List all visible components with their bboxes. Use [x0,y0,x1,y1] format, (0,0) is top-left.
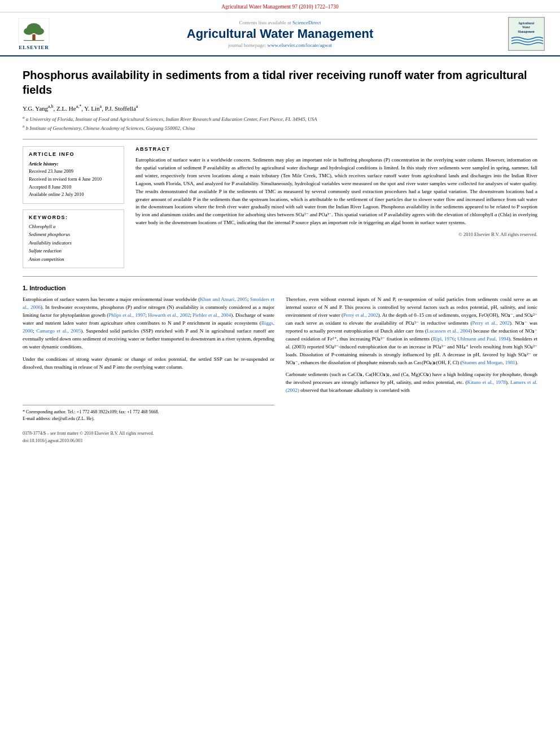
article-title: Phosphorus availability in sediments fro… [23,68,537,97]
accepted-date: Accepted 8 June 2010 [29,184,118,191]
cite-perry1: Perry et al., 2002 [343,312,378,318]
article-info-label: Article info [29,151,118,157]
elsevier-tree-icon [17,18,51,43]
introduction-heading: 1. Introduction [23,285,537,291]
footnote-email: E-mail address: zhe@ufl.edu (Z.L. He). [23,416,274,422]
content-area: Phosphorus availability in sediments fro… [0,56,560,462]
cite-ripl: Ripl, 1976 [433,336,454,342]
keywords-label: Keywords: [29,215,118,220]
svg-text:Water: Water [522,25,530,29]
journal-header: ELSEVIER Contents lists available at Sci… [0,12,560,56]
footnote-area: * Corresponding author. Tel.: +1 772 468… [23,405,274,422]
article-info-abstract: Article info Article history: Received 2… [23,146,537,268]
footer-doi: doi:10.1016/j.agwat.2010.06.003 [23,438,274,445]
left-column: Article info Article history: Received 2… [23,146,124,268]
cite-lucassen: Lucassen et al., 2004 [427,328,470,334]
journal-ref-link[interactable]: Agricultural Water Management 97 (2010) … [221,4,339,10]
received-date: Received 23 June 2009 [29,168,118,176]
cite-piehler: Piehler et al., 2004 [193,312,231,318]
intro-para-2: Under the conditions of strong water dyn… [23,356,274,372]
cite-howarth: Howarth et al., 2002 [148,312,190,318]
svg-text:Agricultural: Agricultural [518,21,534,25]
revised-date: Received in revised form 4 June 2010 [29,176,118,184]
journal-homepage-line: journal homepage: www.elsevier.com/locat… [62,42,498,48]
journal-title-header: Agricultural Water Management [62,27,498,41]
svg-point-3 [34,28,44,35]
intro-para-4: Carbonate sediments (such as CaCO₃, Ca(H… [286,371,537,395]
footer-issn: 0378-3774/$ – see front matter © 2010 El… [23,430,274,438]
intro-para-1: Eutrophication of surface waters has bec… [23,296,274,351]
affiliation-a: a a University of Florida, Institute of … [23,115,537,123]
keyword-chlorophyll: Chlorophyll a [29,222,118,230]
affiliation-b: b b Institute of Geochemistry, Chinese A… [23,124,537,132]
cite-uhlmann: Uhlmann and Paul, 1994 [457,336,509,342]
abstract-label: Abstract [135,146,537,152]
cite-perry2: Perry et al., 2002 [473,320,510,326]
elsevier-label: ELSEVIER [19,45,49,50]
svg-point-2 [24,28,34,35]
keyword-anion: Anion competition [29,255,118,263]
top-bar: Agricultural Water Management 97 (2010) … [0,0,560,12]
cite-phlips: Phlips et al., 1997 [108,312,145,318]
cite-stumm: Stumm and Morgan, 1981 [462,360,515,365]
keyword-availability: Availability indicators [29,239,118,247]
intro-para-3: Therefore, even without external inputs … [286,296,537,366]
sciencedirect-link[interactable]: ScienceDirect [292,20,321,25]
introduction-section: 1. Introduction Eutrophication of surfac… [23,285,537,445]
authors-line: Y.G. Yanga,b, Z.L. Hea,*, Y. Lina, P.J. … [23,104,537,112]
svg-rect-4 [32,34,35,40]
journal-center: Contents lists available at ScienceDirec… [62,20,498,48]
journal-homepage-link[interactable]: www.elsevier.com/locate/agwat [268,42,332,48]
body-col-left: Eutrophication of surface waters has bec… [23,296,274,445]
body-two-col: Eutrophication of surface waters has bec… [23,296,537,445]
cite-khan: Khan and Ansari, 2005 [200,296,247,302]
sampled-in-spring: sampled in spring [473,165,509,171]
available-date: Available online 2 July 2010 [29,191,118,199]
divider-2 [23,276,537,277]
sciencedirect-line: Contents lists available at ScienceDirec… [62,20,498,25]
cite-camargo: Camargo et al., 2005 [36,328,81,334]
footnote-corresponding: * Corresponding author. Tel.: +1 772 468… [23,409,274,416]
article-info-box: Article info Article history: Received 2… [23,146,124,204]
footer-info: 0378-3774/$ – see front matter © 2010 El… [23,430,274,445]
right-column: Abstract Eutrophication of surface water… [135,146,537,268]
history-title: Article history: [29,160,118,168]
cite-kitano: Kitano et al., 1978 [467,379,506,385]
journal-logo-icon: Agricultural Water Management [508,17,545,51]
copyright: © 2010 Elsevier B.V. All rights reserved… [135,231,537,237]
elsevier-logo: ELSEVIER [11,18,56,50]
journal-logo-box: Agricultural Water Management [504,17,549,51]
svg-text:Management: Management [518,30,535,33]
keyword-sediment-p: Sediment phosphorus [29,230,118,238]
divider-1 [23,139,537,139]
keyword-sulfate: Sulfate reduction [29,247,118,255]
keywords-box: Keywords: Chlorophyll a Sediment phospho… [23,209,124,268]
abstract-text: Eutrophication of surface water is a wor… [135,156,537,227]
body-col-right: Therefore, even without external inputs … [286,296,537,445]
article-history: Article history: Received 23 June 2009 R… [29,160,118,199]
